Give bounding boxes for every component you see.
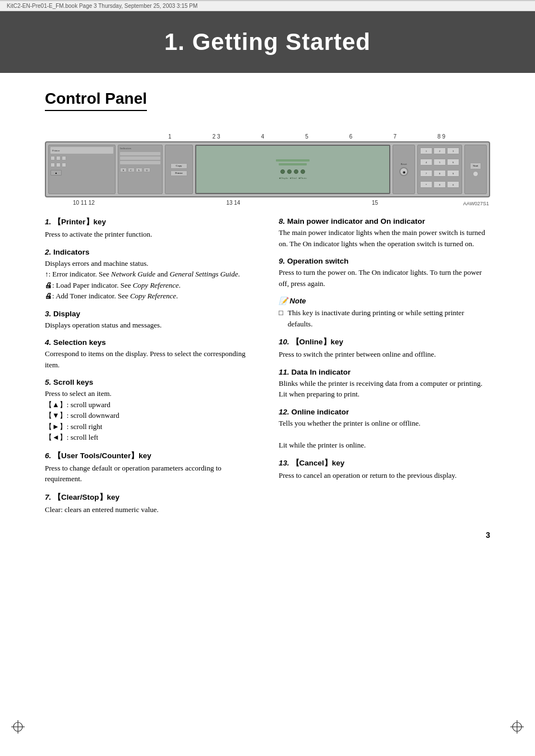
file-info-bar: KitC2-EN-Pre01-E_FM.book Page 3 Thursday… — [0, 0, 535, 11]
item-8: 8. Main power indicator and On indicator… — [279, 217, 490, 249]
crosshair-bottom-right — [510, 720, 524, 734]
item-3-title: 3. Display — [45, 310, 256, 318]
descriptions-grid: 1. 【Printer】key Press to activate the pr… — [45, 217, 490, 523]
item-5-title: 5. Scroll keys — [45, 378, 256, 386]
item-9: 9. Operation switch Press to turn the po… — [279, 257, 490, 289]
number-labels-top: 1 2 3 4 5 6 7 8 9 — [45, 133, 490, 140]
item-5-body: Press to select an item. 【▲】: scroll upw… — [45, 388, 256, 443]
item-12-title: 12. Online indicator — [279, 408, 490, 416]
crosshair-bottom-left — [11, 720, 25, 734]
item-6: 6. 【User Tools/Counter】key Press to chan… — [45, 451, 256, 485]
item-13-title: 13. 【Cancel】key — [279, 458, 490, 468]
item-2-body: Displays errors and machine status. ↑: E… — [45, 258, 256, 302]
item-8-body: The main power indicator lights when the… — [279, 227, 490, 249]
item-2-title: 2. Indicators — [45, 248, 256, 256]
chapter-header: 1. Getting Started — [0, 11, 535, 73]
number-labels-bottom: 10 11 12 13 14 15 — [45, 200, 490, 206]
note-item-1: This key is inactivate during printing o… — [279, 307, 490, 329]
item-1-title: 1. 【Printer】key — [45, 217, 256, 227]
image-label: AAW027S1 — [463, 201, 489, 206]
item-7-title: 7. 【Clear/Stop】key — [45, 492, 256, 503]
item-1-body: Press to activate the printer function. — [45, 229, 256, 240]
item-10: 10. 【Online】key Press to switch the prin… — [279, 337, 490, 360]
main-content: Control Panel 1 2 3 4 5 6 7 8 9 Printer — [0, 73, 535, 556]
section-heading: Control Panel — [45, 90, 147, 111]
item-1: 1. 【Printer】key Press to activate the pr… — [45, 217, 256, 240]
item-13: 13. 【Cancel】key Press to cancel an opera… — [279, 458, 490, 481]
item-4-title: 4. Selection keys — [45, 338, 256, 347]
item-10-body: Press to switch the printer between onli… — [279, 349, 490, 360]
item-3: 3. Display Displays operation status and… — [45, 310, 256, 331]
item-2: 2. Indicators Displays errors and machin… — [45, 248, 256, 302]
control-panel-image-area: 1 2 3 4 5 6 7 8 9 Printer — [45, 133, 490, 206]
item-6-body: Press to change default or operation par… — [45, 463, 256, 485]
page-number: 3 — [486, 531, 490, 540]
item-4: 4. Selection keys Correspond to items on… — [45, 338, 256, 370]
printer-panel-graphic: Printer ▲ — [45, 141, 490, 197]
note-title: 📝 Note — [279, 297, 490, 305]
item-4-body: Correspond to items on the display. Pres… — [45, 348, 256, 370]
right-column: 8. Main power indicator and On indicator… — [279, 217, 490, 523]
note-box: 📝 Note This key is inactivate during pri… — [279, 297, 490, 329]
file-info-text: KitC2-EN-Pre01-E_FM.book Page 3 Thursday… — [7, 3, 197, 9]
item-7: 7. 【Clear/Stop】key Clear: clears an ente… — [45, 492, 256, 515]
item-3-body: Displays operation status and messages. — [45, 320, 256, 331]
item-13-body: Press to cancel an operation or return t… — [279, 470, 490, 481]
item-11-body: Blinks while the printer is receiving da… — [279, 378, 490, 400]
item-7-body: Clear: clears an entered numeric value. — [45, 504, 256, 515]
item-8-title: 8. Main power indicator and On indicator — [279, 217, 490, 225]
left-column: 1. 【Printer】key Press to activate the pr… — [45, 217, 256, 523]
item-11: 11. Data In indicator Blinks while the p… — [279, 368, 490, 400]
chapter-title: 1. Getting Started — [164, 29, 371, 56]
item-10-title: 10. 【Online】key — [279, 337, 490, 347]
item-9-title: 9. Operation switch — [279, 257, 490, 265]
item-12-body: Tells you whether the printer is online … — [279, 418, 490, 451]
item-5: 5. Scroll keys Press to select an item. … — [45, 378, 256, 443]
item-11-title: 11. Data In indicator — [279, 368, 490, 376]
item-9-body: Press to turn the power on. The On indic… — [279, 267, 490, 289]
item-6-title: 6. 【User Tools/Counter】key — [45, 451, 256, 461]
item-12: 12. Online indicator Tells you whether t… — [279, 408, 490, 451]
